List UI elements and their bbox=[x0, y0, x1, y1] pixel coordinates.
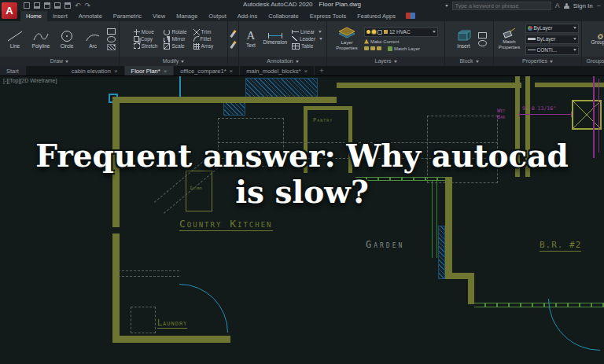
match-layer-button[interactable]: Match Layer bbox=[388, 46, 420, 51]
make-current-button[interactable]: Make Current bbox=[364, 39, 399, 44]
rotate-tool[interactable]: Rotate bbox=[164, 29, 186, 35]
chevron-down-icon bbox=[181, 61, 184, 63]
plan-wall bbox=[468, 278, 474, 304]
layers-panel: Layer Properties 12 HVAC Make bbox=[327, 21, 445, 66]
pen-icon[interactable] bbox=[230, 41, 236, 49]
modify-panel: Move Copy Stretch Rotate Mirror Scale Tr… bbox=[120, 21, 228, 66]
viewport-controls[interactable]: [-][Top][2D Wireframe] bbox=[3, 78, 57, 83]
trim-icon bbox=[193, 29, 200, 35]
search-input[interactable] bbox=[452, 2, 551, 10]
featured-apps-icon[interactable] bbox=[406, 13, 415, 19]
copy-tool[interactable]: Copy bbox=[134, 36, 158, 42]
layer-stack-icon bbox=[337, 27, 356, 39]
layer-properties-tool[interactable]: Layer Properties bbox=[333, 27, 360, 50]
modify-panel-label[interactable]: Modify bbox=[120, 57, 227, 66]
chevron-down-icon bbox=[573, 27, 576, 29]
rectangle-tool-icon[interactable] bbox=[107, 28, 116, 35]
layer-tool-icon[interactable] bbox=[370, 46, 375, 50]
stretch-icon bbox=[134, 43, 140, 49]
layer-select[interactable]: 12 HVAC bbox=[364, 28, 438, 37]
groups-panel-label[interactable]: Groups bbox=[582, 57, 604, 66]
block-panel: Insert Block bbox=[445, 21, 494, 66]
color-select[interactable]: ByLayer bbox=[525, 24, 579, 33]
dimension-tool[interactable]: Dimension bbox=[261, 33, 289, 45]
file-tab-floor-plan[interactable]: Floor Plan* × bbox=[125, 66, 175, 75]
leader-icon bbox=[292, 36, 298, 41]
exchange-apps-icon[interactable]: A bbox=[555, 2, 560, 9]
file-tab-main-model-blocks[interactable]: main_model_blocks* × bbox=[240, 66, 315, 75]
annotation-panel-label[interactable]: Annotation bbox=[239, 57, 326, 66]
table-icon bbox=[292, 43, 300, 50]
mirror-tool[interactable]: Mirror bbox=[164, 36, 186, 42]
ribbon-tab-parametric[interactable]: Parametric bbox=[108, 11, 147, 21]
group-tool[interactable]: Group bbox=[587, 34, 604, 45]
layers-panel-label[interactable]: Layers bbox=[327, 57, 444, 66]
ribbon-tab-featured-apps[interactable]: Featured Apps bbox=[352, 11, 401, 21]
chevron-down-icon bbox=[573, 38, 576, 40]
ribbon-tab-home[interactable]: Home bbox=[20, 11, 47, 21]
block-panel-label[interactable]: Block bbox=[445, 57, 493, 66]
close-icon[interactable]: × bbox=[304, 68, 308, 75]
ribbon-tab-output[interactable]: Output bbox=[203, 11, 232, 21]
linear-icon bbox=[292, 30, 299, 34]
ribbon-tab-annotate[interactable]: Annotate bbox=[73, 11, 108, 21]
appliance-dashed bbox=[131, 307, 156, 333]
ellipse-tool-icon[interactable] bbox=[107, 36, 116, 42]
chevron-down-icon bbox=[394, 61, 397, 63]
block-attributes-icon[interactable] bbox=[478, 40, 487, 46]
pen-icon[interactable] bbox=[230, 30, 236, 38]
file-tab-office-compare[interactable]: office_compare1* × bbox=[174, 66, 240, 75]
close-icon[interactable]: × bbox=[114, 68, 118, 75]
close-icon[interactable]: × bbox=[230, 68, 234, 75]
lineweight-select[interactable]: ByLayer bbox=[525, 35, 579, 44]
ribbon-tab-insert[interactable]: Insert bbox=[47, 11, 73, 21]
properties-panel-label[interactable]: Properties bbox=[494, 57, 581, 66]
ribbon-tab-manage[interactable]: Manage bbox=[171, 11, 203, 21]
layer-tool-icon[interactable] bbox=[364, 46, 369, 50]
dimension-text: 9'-0 13/16" bbox=[522, 106, 569, 112]
fillet-icon bbox=[193, 36, 199, 42]
linetype-select[interactable]: CONTI... bbox=[525, 46, 579, 55]
match-properties-tool[interactable]: Match Properties bbox=[497, 28, 522, 50]
move-tool[interactable]: Move bbox=[134, 29, 158, 35]
groups-panel: Group Groups bbox=[582, 21, 604, 66]
hatch-tool-icon[interactable] bbox=[107, 44, 116, 50]
door-swing-arc bbox=[548, 299, 600, 351]
scale-tool[interactable]: Scale bbox=[164, 43, 186, 50]
lineweight-icon bbox=[528, 38, 536, 40]
move-icon bbox=[134, 29, 140, 35]
layer-tool-icon[interactable] bbox=[377, 46, 381, 50]
new-drawing-tab-button[interactable]: + bbox=[315, 66, 328, 75]
file-tab-cabin-elevation[interactable]: cabin elevation × bbox=[65, 66, 125, 75]
close-icon[interactable]: × bbox=[164, 68, 168, 75]
draw-panel-label[interactable]: Draw bbox=[0, 57, 119, 66]
search-scope-chevron-icon[interactable] bbox=[445, 5, 448, 7]
text-tool[interactable]: A Text bbox=[243, 30, 259, 48]
minimize-icon[interactable]: − bbox=[597, 2, 601, 9]
fillet-tool[interactable]: Fillet bbox=[193, 36, 214, 42]
linear-tool[interactable]: Linear bbox=[292, 29, 322, 35]
block-edit-icon[interactable] bbox=[478, 32, 487, 39]
arc-tool[interactable]: Arc bbox=[81, 30, 105, 49]
plan-wall bbox=[112, 233, 120, 340]
user-icon[interactable] bbox=[564, 3, 569, 9]
circle-tool[interactable]: Circle bbox=[55, 30, 79, 49]
table-tool[interactable]: Table bbox=[292, 43, 314, 50]
polyline-tool[interactable]: Polyline bbox=[29, 30, 53, 49]
ribbon-tab-addins[interactable]: Add-ins bbox=[232, 11, 263, 21]
array-tool[interactable]: Array bbox=[193, 43, 214, 50]
file-tab-start[interactable]: Start bbox=[0, 66, 26, 75]
stretch-tool[interactable]: Stretch bbox=[134, 43, 158, 49]
autocad-logo[interactable]: A bbox=[2, 2, 17, 19]
insert-block-tool[interactable]: Insert bbox=[452, 30, 476, 49]
ribbon-tab-collaborate[interactable]: Collaborate bbox=[263, 11, 304, 21]
plan-wall bbox=[112, 336, 230, 343]
drawing-canvas[interactable]: [-][Top][2D Wireframe] bbox=[0, 76, 604, 364]
trim-tool[interactable]: Trim bbox=[193, 29, 214, 35]
sign-in-link[interactable]: Sign In bbox=[573, 2, 593, 9]
line-tool[interactable]: Line bbox=[3, 30, 27, 49]
leader-tool[interactable]: Leader bbox=[292, 36, 322, 42]
ribbon-tab-view[interactable]: View bbox=[147, 11, 171, 21]
ribbon-tab-express-tools[interactable]: Express Tools bbox=[304, 11, 352, 21]
polyline-icon bbox=[32, 30, 50, 42]
